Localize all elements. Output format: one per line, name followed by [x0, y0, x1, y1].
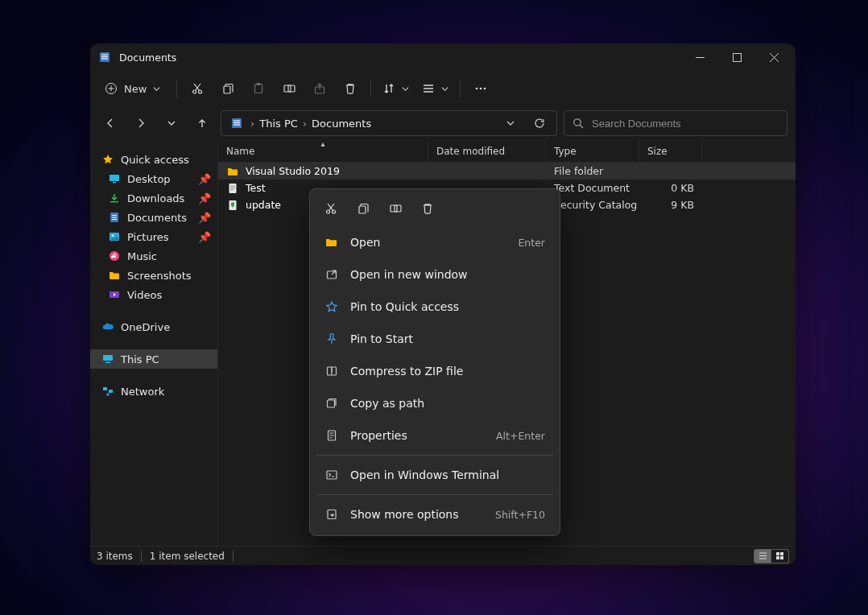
ctx-cut-button[interactable]	[316, 196, 345, 221]
ctx-pin-start[interactable]: Pin to Start	[315, 323, 555, 355]
ctx-delete-button[interactable]	[413, 196, 442, 221]
documents-icon	[108, 211, 121, 224]
sidebar-item-desktop[interactable]: Desktop📌	[90, 169, 217, 188]
svg-rect-47	[780, 556, 783, 559]
copy-path-icon	[324, 396, 339, 411]
search-input[interactable]	[592, 118, 779, 130]
ctx-rename-button[interactable]	[381, 196, 410, 221]
sidebar-item-onedrive[interactable]: OneDrive	[90, 317, 217, 336]
onedrive-icon	[101, 320, 114, 333]
sidebar: Quick access Desktop📌 Downloads📌 Documen…	[90, 140, 217, 546]
star-icon	[101, 153, 114, 166]
ctx-open[interactable]: OpenEnter	[315, 226, 555, 258]
new-button[interactable]: New	[97, 75, 172, 102]
column-name[interactable]: Name▴	[218, 140, 428, 162]
cut-button[interactable]	[182, 75, 213, 102]
item-count: 3 items	[97, 551, 133, 562]
desktop-icon	[108, 172, 121, 185]
share-button[interactable]	[304, 75, 335, 102]
refresh-button[interactable]	[527, 111, 552, 135]
crumb-this-pc[interactable]: This PC	[258, 118, 300, 130]
svg-rect-19	[234, 121, 240, 122]
sort-button[interactable]	[376, 75, 415, 102]
file-name: update	[246, 199, 281, 211]
search-box[interactable]	[564, 110, 787, 136]
recent-button[interactable]	[159, 111, 184, 135]
sidebar-item-quick-access[interactable]: Quick access	[90, 150, 217, 169]
sidebar-item-videos[interactable]: Videos	[90, 285, 217, 304]
ctx-copy-path[interactable]: Copy as path	[315, 387, 555, 419]
sidebar-item-music[interactable]: Music	[90, 246, 217, 266]
context-menu: OpenEnter Open in new window Pin to Quic…	[309, 188, 560, 536]
svg-point-31	[112, 234, 114, 236]
folder-open-icon	[324, 235, 339, 250]
sort-asc-icon: ▴	[320, 139, 324, 148]
forward-button[interactable]	[129, 111, 153, 135]
new-label: New	[124, 83, 147, 95]
folder-icon	[108, 269, 121, 282]
ctx-pin-quick-access[interactable]: Pin to Quick access	[315, 291, 555, 323]
close-button[interactable]	[755, 43, 792, 71]
column-size[interactable]: Size	[639, 140, 702, 162]
svg-rect-50	[359, 206, 366, 213]
svg-rect-4	[696, 57, 705, 58]
svg-rect-25	[110, 201, 118, 203]
svg-rect-40	[230, 185, 235, 186]
sidebar-item-documents[interactable]: Documents📌	[90, 208, 217, 227]
copy-button[interactable]	[213, 75, 243, 102]
view-button[interactable]	[415, 75, 455, 102]
file-row[interactable]: Visual Studio 2019 File folder	[218, 163, 796, 180]
sidebar-item-pictures[interactable]: Pictures📌	[90, 227, 217, 246]
ctx-compress-zip[interactable]: Compress to ZIP file	[315, 355, 555, 387]
pin-icon: 📌	[198, 212, 211, 224]
svg-rect-44	[776, 552, 779, 555]
videos-icon	[108, 288, 121, 301]
column-date[interactable]: Date modified	[428, 140, 546, 162]
toolbar: New	[90, 71, 796, 106]
svg-point-22	[574, 119, 581, 126]
ctx-show-more-options[interactable]: Show more optionsShift+F10	[315, 498, 555, 530]
terminal-icon	[324, 468, 339, 482]
sidebar-item-network[interactable]: Network	[90, 382, 217, 401]
svg-rect-13	[288, 85, 295, 92]
sidebar-item-downloads[interactable]: Downloads📌	[90, 188, 217, 208]
svg-rect-45	[780, 552, 783, 555]
svg-point-16	[480, 88, 482, 90]
ctx-properties[interactable]: PropertiesAlt+Enter	[315, 419, 555, 452]
pin-icon	[324, 332, 339, 346]
ctx-open-terminal[interactable]: Open in Windows Terminal	[315, 459, 555, 491]
svg-rect-52	[395, 205, 401, 212]
minimize-button[interactable]	[681, 43, 718, 71]
svg-rect-41	[230, 187, 235, 188]
maximize-button[interactable]	[718, 43, 755, 71]
svg-rect-23	[110, 175, 119, 181]
more-button[interactable]	[465, 75, 496, 102]
ctx-copy-button[interactable]	[349, 196, 378, 221]
paste-button[interactable]	[243, 75, 274, 102]
svg-point-38	[106, 393, 110, 396]
sidebar-item-this-pc[interactable]: This PC	[90, 349, 217, 369]
app-icon	[98, 51, 111, 64]
delete-button[interactable]	[335, 75, 366, 102]
sidebar-item-screenshots[interactable]: Screenshots	[90, 266, 217, 285]
svg-rect-57	[327, 471, 337, 479]
address-bar[interactable]: › This PC › Documents	[221, 110, 557, 136]
svg-rect-51	[391, 205, 397, 212]
svg-rect-42	[230, 189, 234, 190]
details-view-button[interactable]	[754, 549, 771, 563]
pc-icon	[101, 353, 114, 365]
thumbnails-view-button[interactable]	[771, 549, 789, 563]
svg-rect-10	[255, 85, 262, 93]
back-button[interactable]	[98, 111, 122, 135]
file-name: Test	[246, 182, 266, 194]
network-icon	[101, 385, 114, 398]
svg-rect-55	[328, 400, 335, 407]
rename-button[interactable]	[274, 75, 304, 102]
crumb-documents[interactable]: Documents	[310, 118, 373, 130]
text-file-icon	[226, 182, 239, 195]
new-window-icon	[324, 267, 339, 282]
up-button[interactable]	[190, 111, 214, 135]
column-type[interactable]: Type	[546, 140, 639, 162]
address-dropdown-button[interactable]	[498, 111, 523, 135]
ctx-open-new-window[interactable]: Open in new window	[315, 258, 555, 291]
